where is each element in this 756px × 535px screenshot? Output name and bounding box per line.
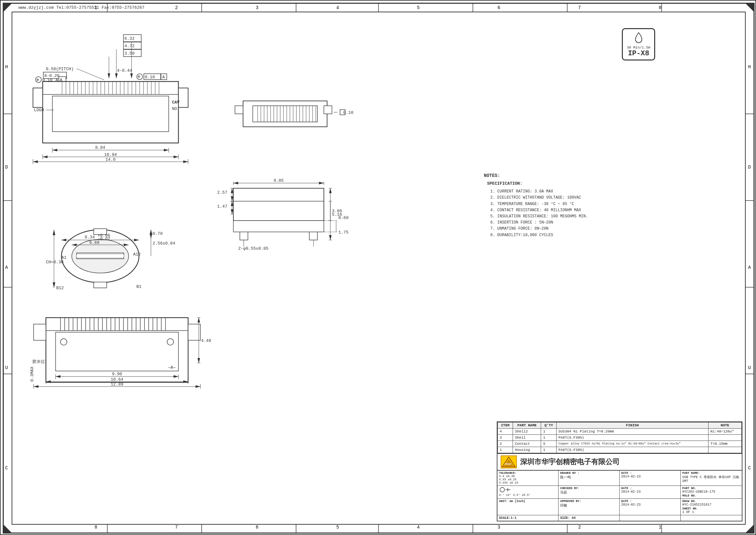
- row2-item: 2: [498, 441, 513, 447]
- row3-qty: 1: [541, 435, 556, 441]
- empty-cell: [620, 515, 681, 521]
- angle-tolerance-cell: X.° ±2° X.X° ±0.5°: [498, 486, 558, 499]
- empty-cell2: [681, 515, 742, 521]
- svg-point-238: [61, 339, 67, 345]
- svg-text:NO.: NO.: [172, 106, 179, 111]
- grid-num-b6: 6: [256, 525, 258, 530]
- row1-qty: 1: [541, 447, 556, 453]
- svg-text:—A—: —A—: [168, 365, 176, 370]
- svg-marker-151: [62, 239, 66, 241]
- unit-label: UNIT: mm [Inch]: [499, 500, 556, 503]
- notes-title: NOTES:: [484, 172, 665, 179]
- svg-marker-38: [115, 73, 118, 78]
- svg-text:10.64: 10.64: [111, 377, 123, 382]
- grid-letter-D-left: D: [5, 165, 8, 170]
- notes-subtitle: SPECIFICATION:: [487, 181, 665, 187]
- draw-no-value: HYC-21052151617: [682, 503, 740, 507]
- svg-rect-132: [324, 106, 332, 114]
- svg-marker-39: [108, 73, 110, 78]
- svg-text:6.32: 6.32: [124, 36, 134, 41]
- grid-num-b4: 4: [417, 525, 419, 530]
- col-finish: FINISH: [556, 422, 708, 429]
- grid-num-2: 2: [175, 5, 178, 10]
- svg-rect-58: [33, 88, 43, 107]
- grid-num-3: 3: [256, 5, 258, 10]
- svg-rect-172: [233, 188, 324, 221]
- svg-text:0.10: 0.10: [145, 75, 155, 80]
- grid-num-b7: 7: [175, 525, 178, 530]
- company-name: 深圳市华宇创精密电子有限公司: [520, 457, 620, 467]
- row4-item: 4: [498, 429, 513, 435]
- grid-num-b1: 1: [659, 525, 661, 530]
- ipx8-line2: IP-X8: [627, 49, 650, 58]
- part-no-cell: PART NO. HYC262-USBC16-175 MOLD NO.: [681, 486, 742, 499]
- grid-num-b3: 3: [498, 525, 500, 530]
- notes-block: NOTES: SPECIFICATION: 1. CURRENT RATING:…: [484, 172, 665, 239]
- approved-by-label: APPROVED BY:: [560, 500, 618, 503]
- svg-text:0.50(PITCH): 0.50(PITCH): [46, 67, 74, 71]
- svg-text:⊕: ⊕: [138, 74, 140, 79]
- tolerance-label: TOLERANCE:: [499, 472, 556, 475]
- row1-note: [709, 447, 742, 453]
- note-5: 5. INSULATION RESISTANCE: 100 MEGOHMS MI…: [490, 213, 665, 220]
- part-no-label: PART NO.: [682, 487, 740, 490]
- note-3: 3. TEMPERATURE RANGE: -30 °C ~ 85 °C: [490, 201, 665, 207]
- grid-letter-U-right: U: [748, 365, 751, 370]
- drawed-by-label: DRAWED BY :: [560, 472, 618, 475]
- row3-note: [709, 435, 742, 441]
- size-label: SIZE: A4: [558, 515, 620, 521]
- note-4: 4. CONTACT RESISTANCE: 40 MILLIONHM MAX: [490, 207, 665, 213]
- company-logo: HOAUC: [501, 455, 517, 468]
- svg-text:6.69: 6.69: [89, 240, 99, 245]
- row2-qty: 5: [541, 441, 556, 447]
- col-qty: Q'TY: [541, 422, 556, 429]
- drawed-date-cell: DATE : 2014-02-23: [620, 471, 681, 486]
- table-row: 3 Shell 1 PA9T(G.F30%): [498, 435, 742, 441]
- company-block: HOAUC 深圳市华宇创精密电子有限公司: [498, 453, 742, 470]
- row4-qty: 1: [541, 429, 556, 435]
- grid-num-6: 6: [498, 5, 500, 10]
- note-1: 1. CURRENT RATING: 3.0A MAX: [490, 188, 665, 195]
- svg-marker-107: [33, 160, 38, 163]
- row4-finish: SUS304 Ni Plating T=0.20mm: [556, 429, 708, 435]
- svg-text:A1: A1: [62, 255, 67, 260]
- svg-rect-111: [253, 106, 317, 122]
- grid-num-7: 7: [578, 5, 581, 10]
- checked-date-label: DATE :: [621, 487, 679, 490]
- table-row: 4 Shell2 1 SUS304 Ni Plating T=0.20mm Ni…: [498, 429, 742, 435]
- col-item: ITEM: [498, 422, 513, 429]
- svg-text:A: A: [162, 75, 165, 80]
- scale-label: SCALE:1:1: [498, 515, 558, 521]
- svg-text:3.50: 3.50: [124, 51, 134, 56]
- grid-num-b5: 5: [337, 525, 339, 530]
- grid-letter-U-left: U: [5, 365, 8, 370]
- row2-name: Contact: [513, 441, 541, 447]
- checked-by-cell: CHECKED BY: 马跃: [558, 486, 620, 499]
- svg-text:4.72: 4.72: [124, 44, 134, 48]
- svg-text:4-0.44: 4-0.44: [117, 68, 132, 73]
- svg-text:2.57: 2.57: [217, 190, 227, 195]
- svg-marker-264: [34, 385, 39, 388]
- approved-by-cell: APPROVED BY: 邱敏: [558, 499, 620, 515]
- svg-marker-95: [52, 149, 57, 152]
- scale-row: SCALE:1:1 SIZE: A4: [498, 515, 742, 521]
- svg-marker-108: [183, 160, 188, 163]
- svg-marker-178: [231, 188, 233, 193]
- ipx8-logo: 30 Min/1.5m IP-X8: [622, 28, 655, 61]
- svg-text:HOAUC: HOAUC: [505, 463, 512, 465]
- mold-no-label: MOLD NO.: [682, 494, 740, 497]
- grid-letter-A-right: A: [748, 265, 751, 270]
- ipx8-line1: 30 Min/1.5m: [627, 45, 650, 49]
- svg-line-41: [77, 69, 104, 80]
- svg-rect-241: [188, 324, 201, 340]
- svg-rect-87: [52, 96, 169, 132]
- draw-no-label: DRAW NO.: [682, 500, 740, 503]
- grid-left: H D A U C: [5, 17, 8, 518]
- approved-date-cell: DATE : 2014-02-23: [620, 499, 681, 515]
- svg-text:10.94: 10.94: [104, 152, 117, 157]
- row2-note: T=0.15mm: [709, 441, 742, 447]
- svg-marker-102: [174, 155, 178, 158]
- grid-num-8: 8: [659, 5, 661, 10]
- svg-text:⊕: ⊕: [37, 78, 39, 82]
- part-name-value: USB TYPE C 母座防水 单排16P 沉板SMT: [682, 475, 740, 483]
